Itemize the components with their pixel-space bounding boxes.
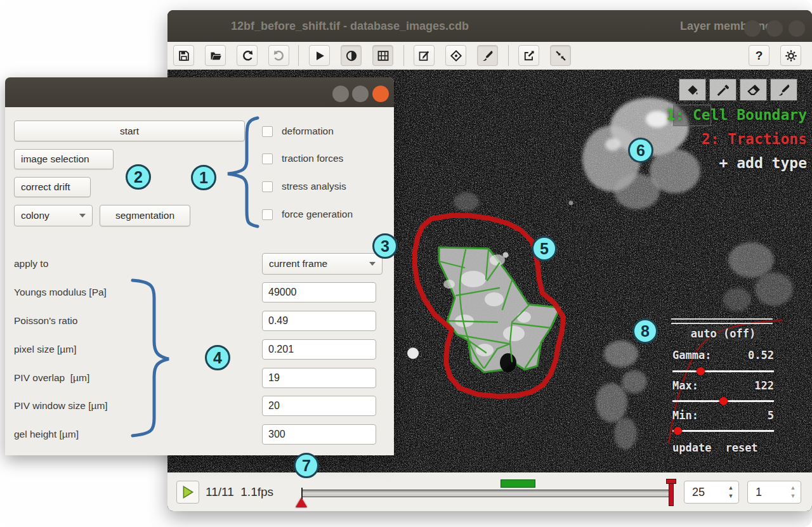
annotation-button[interactable] — [414, 45, 435, 66]
checkbox-row-force-generation[interactable]: force generation — [262, 207, 353, 222]
brush-icon — [481, 49, 494, 62]
reset-button[interactable]: reset — [725, 441, 757, 454]
pipette-icon — [716, 83, 730, 97]
poissons-ratio-input[interactable] — [263, 311, 376, 330]
start-button[interactable]: start — [14, 120, 245, 141]
start-button-label: start — [120, 126, 139, 137]
poissons-ratio-field[interactable] — [262, 311, 376, 331]
marker-type-cell-boundary[interactable]: 1: Cell Boundary — [666, 103, 807, 127]
eraser-icon — [747, 83, 761, 97]
framerate-spinbox[interactable]: ▲▼ — [684, 481, 739, 504]
pixel-size-input[interactable] — [263, 340, 376, 359]
save-button[interactable] — [173, 45, 194, 66]
timeline-slider[interactable] — [301, 472, 671, 511]
piv-window-size-field[interactable] — [262, 396, 376, 416]
frame-skip-spinbox[interactable]: ▲▼ — [747, 481, 801, 504]
min-slider[interactable] — [672, 426, 774, 435]
pipette-tool[interactable] — [709, 79, 737, 101]
gamma-slider-handle[interactable] — [697, 367, 705, 375]
main-titlebar[interactable]: 12bf_before_shift.tif - database_images.… — [167, 10, 812, 42]
min-slider-handle[interactable] — [674, 427, 682, 435]
gel-height-input[interactable] — [263, 425, 376, 444]
marker-type-list: 1: Cell Boundary 2: Tractions + add type — [666, 103, 807, 175]
toolbar-separator — [298, 45, 299, 66]
timeline-track[interactable] — [301, 490, 671, 497]
param-label-piv-overlap: PIV overlap [µm] — [14, 372, 89, 384]
colony-mode-dropdown[interactable]: colony — [14, 205, 93, 226]
contrast-adjust-button[interactable] — [341, 45, 362, 66]
undo-button[interactable] — [237, 45, 258, 66]
timeline-start-marker[interactable] — [296, 498, 307, 507]
timeline-position-handle[interactable] — [666, 479, 676, 507]
fit-view-button[interactable] — [550, 45, 571, 66]
param-label-pixel-size: pixel size [µm] — [14, 344, 77, 355]
max-slider-handle[interactable] — [719, 397, 728, 405]
image-selection-button[interactable]: image selection — [14, 149, 114, 169]
checkbox-label: traction forces — [282, 153, 343, 164]
window-close-button[interactable] — [789, 20, 805, 37]
settings-button[interactable] — [780, 45, 801, 66]
eraser-tool[interactable] — [740, 79, 767, 101]
callout-2: 2 — [126, 164, 151, 190]
collapse-arrows-icon — [554, 49, 567, 62]
play-timeline-button[interactable] — [309, 45, 330, 66]
open-button[interactable] — [205, 45, 226, 66]
dialog-maximize-button[interactable] — [352, 86, 369, 102]
callout-4: 4 — [205, 345, 230, 370]
callout-8: 8 — [632, 318, 658, 344]
deformation-checkbox[interactable] — [262, 126, 273, 137]
export-view-button[interactable] — [518, 45, 539, 66]
marker-diamond-icon — [450, 49, 462, 62]
toolbar-separator — [508, 45, 509, 66]
contrast-panel: auto (off) Gamma: 0.52 Max: 122 Min: — [670, 316, 776, 463]
piv-window-size-input[interactable] — [263, 396, 376, 415]
checkbox-row-traction-forces[interactable]: traction forces — [262, 151, 343, 166]
segmentation-button[interactable]: segmentation — [100, 205, 190, 226]
video-export-button[interactable] — [372, 45, 393, 66]
spinbox-arrows[interactable]: ▲▼ — [727, 484, 735, 502]
stress-analysis-checkbox[interactable] — [262, 181, 273, 192]
brush-tool[interactable] — [770, 79, 797, 101]
callout-6: 6 — [628, 138, 653, 163]
checkbox-row-deformation[interactable]: deformation — [262, 124, 334, 139]
max-slider[interactable] — [672, 396, 774, 405]
play-button[interactable] — [176, 481, 199, 504]
checkbox-label: force generation — [282, 209, 353, 220]
youngs-modulus-field[interactable] — [262, 282, 376, 303]
auto-contrast-button[interactable]: auto (off) — [670, 327, 776, 340]
max-label: Max: — [672, 379, 698, 392]
window-minimize-button[interactable] — [744, 20, 761, 37]
correct-drift-button[interactable]: correct drift — [14, 177, 91, 197]
gel-height-field[interactable] — [262, 424, 376, 445]
mask-brush-icon — [777, 83, 791, 97]
pixel-size-field[interactable] — [262, 339, 376, 360]
youngs-modulus-input[interactable] — [263, 283, 376, 302]
apply-to-dropdown[interactable]: current frame — [262, 253, 383, 275]
marker-tool-button[interactable] — [445, 45, 466, 66]
help-button[interactable]: ? — [749, 45, 769, 66]
dialog-close-button[interactable] — [372, 86, 389, 102]
playback-bar: 11/11 1.1fps ▲▼ ▲▼ — [167, 472, 812, 511]
piv-overlap-input[interactable] — [263, 368, 376, 387]
gamma-slider[interactable] — [672, 367, 774, 375]
piv-overlap-field[interactable] — [262, 368, 376, 388]
window-maximize-button[interactable] — [766, 20, 783, 37]
apply-to-value: current frame — [269, 258, 327, 270]
checkbox-label: deformation — [282, 126, 334, 137]
marker-type-tractions[interactable]: 2: Tractions — [666, 127, 807, 151]
update-button[interactable]: update — [672, 441, 711, 454]
dialog-minimize-button[interactable] — [332, 86, 349, 102]
dialog-titlebar[interactable] — [5, 77, 394, 107]
add-type-button[interactable]: + add type — [666, 151, 807, 175]
correct-drift-label: correct drift — [21, 181, 70, 193]
chevron-down-icon — [369, 262, 376, 266]
callout-3: 3 — [372, 233, 398, 259]
force-generation-checkbox[interactable] — [262, 209, 273, 220]
spinbox-arrows[interactable]: ▲▼ — [789, 484, 797, 502]
traction-forces-checkbox[interactable] — [262, 153, 273, 164]
checkbox-label: stress analysis — [282, 181, 346, 192]
checkbox-row-stress-analysis[interactable]: stress analysis — [262, 179, 346, 194]
fill-bucket-tool[interactable] — [679, 79, 706, 101]
redo-button[interactable] — [268, 45, 289, 66]
mask-brush-button[interactable] — [477, 45, 498, 66]
